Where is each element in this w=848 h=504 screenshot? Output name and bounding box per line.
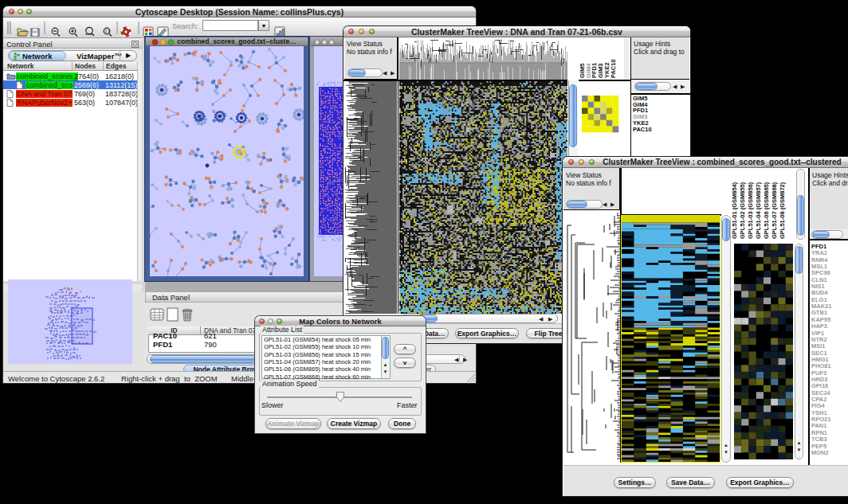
svg-text:GPL51-06 (GSM865): GPL51-06 (GSM865) — [763, 182, 770, 239]
svg-text:1:1: 1:1 — [105, 29, 111, 33]
svg-text:PAC10: PAC10 — [610, 59, 617, 78]
svg-text:GPL51-04 (GSM857): GPL51-04 (GSM857) — [755, 182, 762, 239]
svg-text:GPL51-01 (GSM854): GPL51-01 (GSM854) — [732, 182, 738, 239]
svg-text:GPL51-03 (GSM856): GPL51-03 (GSM856) — [747, 182, 754, 239]
svg-text:GPL51-08 (GSM872): GPL51-08 (GSM872) — [779, 182, 786, 239]
svg-text:GPL51-02 (GSM855): GPL51-02 (GSM855) — [739, 182, 746, 239]
svg-text:GPL51-07 (GSM868): GPL51-07 (GSM868) — [771, 182, 778, 239]
